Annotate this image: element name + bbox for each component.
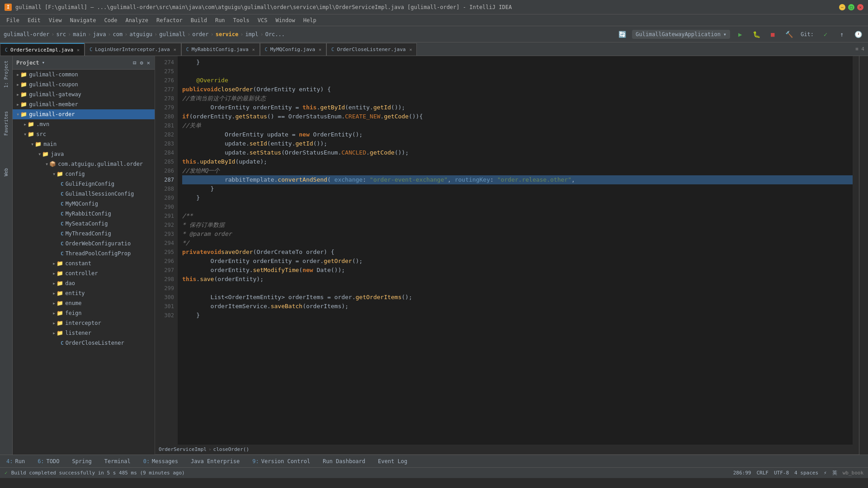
tree-item-listener[interactable]: ▸ 📁listener xyxy=(13,328,155,338)
path-method[interactable]: closeOrder() xyxy=(213,446,249,452)
tree-item-ordercloselistener[interactable]: COrderCloseListener xyxy=(13,338,155,348)
close-panel-button[interactable]: ✕ xyxy=(146,59,151,67)
bottom-tab-java-enterprise[interactable]: Java Enterprise xyxy=(188,457,242,465)
tree-item-gulifeignconfig[interactable]: CGuliFeignConfig xyxy=(13,179,155,189)
tab-close-button[interactable]: ✕ xyxy=(319,47,321,52)
web-tool[interactable]: Web xyxy=(3,165,9,179)
tree-item-main[interactable]: ▾ 📁main xyxy=(13,139,155,149)
debug-button[interactable]: 🐛 xyxy=(750,28,763,41)
tree-item-gulimall-gateway[interactable]: ▸ 📁gulimall-gateway xyxy=(13,89,155,99)
indent[interactable]: 4 spaces xyxy=(794,470,818,476)
code-editor[interactable]: 2742752762772782792802812822832842852862… xyxy=(155,56,859,445)
tree-item-myrabbitconfig[interactable]: CMyRabbitConfig xyxy=(13,209,155,219)
menu-item-file[interactable]: File xyxy=(3,16,23,25)
tree-item-gulimallsessionconfig[interactable]: CGulimallSessionConfig xyxy=(13,189,155,199)
bottom-tab-event-log[interactable]: Event Log xyxy=(375,457,410,465)
breadcrumb-java[interactable]: java xyxy=(93,31,106,38)
cursor-position[interactable]: 286:99 xyxy=(733,470,751,476)
path-classname[interactable]: OrderServiceImpl xyxy=(159,446,207,452)
git-update[interactable]: ↑ xyxy=(835,28,848,41)
stop-button[interactable]: ■ xyxy=(766,28,779,41)
menu-item-navigate[interactable]: Navigate xyxy=(66,16,100,25)
tree-item-orderwebconfiguratio[interactable]: COrderWebConfiguratio xyxy=(13,239,155,249)
project-tool[interactable]: 1: Project xyxy=(3,58,9,90)
bottom-tab-messages[interactable]: 0:Messages xyxy=(141,457,181,465)
menu-item-code[interactable]: Code xyxy=(101,16,121,25)
menu-item-build[interactable]: Build xyxy=(187,16,211,25)
tree-item-gulimall-member[interactable]: ▸ 📁gulimall-member xyxy=(13,99,155,109)
breadcrumb-orc[interactable]: Orc... xyxy=(265,31,285,38)
collapse-all-button[interactable]: ⊟ xyxy=(132,59,137,67)
tab-ordercloselistener[interactable]: COrderCloseListener.java✕ xyxy=(326,43,417,56)
tree-item-config[interactable]: ▾ 📁config xyxy=(13,169,155,179)
menu-item-vcs[interactable]: VCS xyxy=(254,16,271,25)
tree-item-controller[interactable]: ▸ 📁controller xyxy=(13,268,155,278)
menu-item-analyze[interactable]: Analyze xyxy=(122,16,152,25)
tree-item-mythreadconfig[interactable]: CMyThreadConfig xyxy=(13,229,155,239)
menu-item-run[interactable]: Run xyxy=(212,16,229,25)
breadcrumb-order[interactable]: order xyxy=(192,31,208,38)
breadcrumb-gulimall[interactable]: gulimall xyxy=(159,31,185,38)
tree-item-mymqconfig[interactable]: CMyMQConfig xyxy=(13,199,155,209)
sync-button[interactable]: 🔄 xyxy=(616,28,628,41)
tree-item-dao[interactable]: ▸ 📁dao xyxy=(13,278,155,288)
tree-item-interceptor[interactable]: ▸ 📁interceptor xyxy=(13,318,155,328)
tree-item-gulimall-common[interactable]: ▸ 📁gulimall-common xyxy=(13,70,155,80)
tab-close-button[interactable]: ✕ xyxy=(409,47,412,52)
git-checkmark[interactable]: ✓ xyxy=(819,28,832,41)
breadcrumb-src[interactable]: src xyxy=(56,31,66,38)
git-history[interactable]: 🕐 xyxy=(852,28,864,41)
tab-close-button[interactable]: ✕ xyxy=(77,47,80,52)
tree-item-gulimall-coupon[interactable]: ▸ 📁gulimall-coupon xyxy=(13,80,155,89)
tree-item-threadpoolconfigprop[interactable]: CThreadPoolConfigProp xyxy=(13,249,155,258)
language-label[interactable]: 英 xyxy=(832,469,837,476)
tree-item-myseataconfig[interactable]: CMySeataConfig xyxy=(13,219,155,229)
tree-item-constant[interactable]: ▸ 📁constant xyxy=(13,258,155,268)
menu-item-edit[interactable]: Edit xyxy=(24,16,44,25)
menu-item-window[interactable]: Window xyxy=(272,16,298,25)
tab-overflow-indicator[interactable]: ≡ 4 xyxy=(852,46,868,52)
tab-close-button[interactable]: ✕ xyxy=(174,47,176,52)
breadcrumb-module[interactable]: gulimall-order xyxy=(4,31,49,38)
bottom-tab-todo[interactable]: 6:TODO xyxy=(35,457,62,465)
menu-item-help[interactable]: Help xyxy=(300,16,320,25)
code-content[interactable]: } @Override public void closeOrder(Order… xyxy=(178,56,853,445)
bottom-tab-version-control[interactable]: 9:Version Control xyxy=(250,457,313,465)
tree-item-java[interactable]: ▾ 📁java xyxy=(13,149,155,159)
settings-button[interactable]: ⚙ xyxy=(139,59,144,67)
tree-item-feign[interactable]: ▸ 📁feign xyxy=(13,308,155,318)
breadcrumb-atguigu[interactable]: atguigu xyxy=(130,31,153,38)
breadcrumb-main[interactable]: main xyxy=(73,31,86,38)
tab-myrabbitconfig[interactable]: CMyRabbitConfig.java✕ xyxy=(181,43,260,56)
bottom-tab-run-dashboard[interactable]: Run Dashboard xyxy=(320,457,368,465)
line-ending[interactable]: CRLF xyxy=(756,470,769,476)
maximize-button[interactable]: □ xyxy=(848,4,854,10)
tab-orderserviceimpl[interactable]: COrderServiceImpl.java✕ xyxy=(0,43,85,56)
tree-item-enume[interactable]: ▸ 📁enume xyxy=(13,298,155,308)
tree-item-entity[interactable]: ▸ 📁entity xyxy=(13,288,155,298)
menu-item-tools[interactable]: Tools xyxy=(230,16,253,25)
tree-item-com-atguigu-gulimall-order[interactable]: ▾ 📦com.atguigu.gulimall.order xyxy=(13,159,155,169)
tree-item-gulimall-order[interactable]: ▾ 📁gulimall-order xyxy=(13,109,155,119)
close-button[interactable]: ✕ xyxy=(857,4,863,10)
run-button[interactable]: ▶ xyxy=(734,28,746,41)
tab-loginuserinterceptor[interactable]: CLoginUserInterceptor.java✕ xyxy=(85,43,181,56)
run-config-selector[interactable]: GulimallGatewayApplication ▾ xyxy=(632,30,730,39)
encoding[interactable]: UTF-8 xyxy=(774,470,789,476)
tree-item-src[interactable]: ▾ 📁src xyxy=(13,129,155,139)
bottom-tab-run[interactable]: 4:Run xyxy=(4,457,28,465)
project-dropdown[interactable]: ▾ xyxy=(42,60,45,66)
scroll-gutter[interactable] xyxy=(853,56,859,445)
build-button[interactable]: 🔨 xyxy=(783,28,795,41)
favorites-tool[interactable]: Favorites xyxy=(3,108,9,138)
bottom-tab-terminal[interactable]: Terminal xyxy=(102,457,133,465)
minimize-button[interactable]: — xyxy=(839,4,845,10)
menu-item-refactor[interactable]: Refactor xyxy=(153,16,186,25)
tab-close-button[interactable]: ✕ xyxy=(252,47,255,52)
breadcrumb-service[interactable]: service xyxy=(216,31,239,38)
bottom-tab-spring[interactable]: Spring xyxy=(70,457,94,465)
breadcrumb-com[interactable]: com xyxy=(113,31,123,38)
menu-item-view[interactable]: View xyxy=(45,16,66,25)
breadcrumb-impl[interactable]: impl xyxy=(245,31,259,38)
tab-mymqconfig[interactable]: CMyMQConfig.java✕ xyxy=(260,43,326,56)
